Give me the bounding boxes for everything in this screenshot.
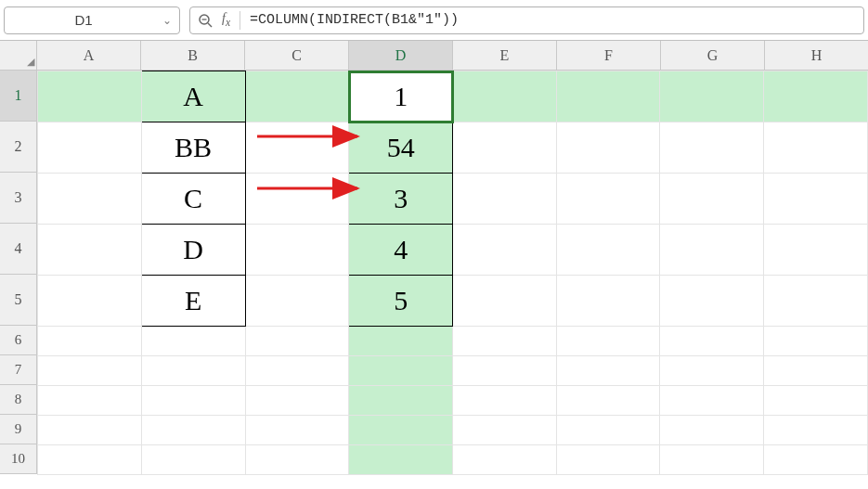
cell-H2[interactable] [764,122,868,174]
cell-G5[interactable] [660,276,764,327]
cell-E1[interactable] [453,71,557,122]
col-header-B[interactable]: B [141,41,245,71]
cell-C8[interactable] [245,386,349,416]
cell-E10[interactable] [453,445,557,475]
cell-D5[interactable]: 5 [349,276,453,327]
col-header-F[interactable]: F [557,41,661,71]
cell-F1[interactable] [556,71,660,122]
cell-F9[interactable] [556,416,660,445]
cell-G7[interactable] [660,356,764,386]
cell-H7[interactable] [764,356,868,386]
cell-F10[interactable] [556,445,660,475]
cell-C10[interactable] [245,445,349,475]
cell-B7[interactable] [141,356,245,386]
cell-B8[interactable] [141,386,245,416]
row-header-4[interactable]: 4 [0,224,37,275]
cell-F3[interactable] [556,174,660,225]
cell-B3[interactable]: C [141,174,245,225]
row-header-7[interactable]: 7 [0,355,37,385]
row-header-9[interactable]: 9 [0,415,37,444]
cell-A10[interactable] [38,445,142,475]
cell-E2[interactable] [453,122,557,174]
col-header-E[interactable]: E [453,41,557,71]
chevron-down-icon[interactable]: ⌄ [162,14,172,27]
row-header-2[interactable]: 2 [0,122,37,173]
cell-G4[interactable] [660,225,764,276]
cell-F8[interactable] [556,386,660,416]
formula-text[interactable]: =COLUMN(INDIRECT(B1&"1")) [250,12,459,28]
cell-E3[interactable] [453,174,557,225]
cell-E7[interactable] [453,356,557,386]
cell-B5[interactable]: E [141,276,245,327]
magnifier-icon[interactable] [198,13,213,28]
cell-D10[interactable] [349,445,453,475]
cell-G9[interactable] [660,416,764,445]
cell-B6[interactable] [141,327,245,356]
cell-H4[interactable] [764,225,868,276]
cell-G2[interactable] [660,122,764,174]
cell-A2[interactable] [38,122,142,174]
cell-A9[interactable] [38,416,142,445]
col-header-C[interactable]: C [245,41,349,71]
cell-D8[interactable] [349,386,453,416]
cell-D1[interactable]: 1 [349,71,453,122]
cell-H3[interactable] [764,174,868,225]
cell-A6[interactable] [38,327,142,356]
cell-D7[interactable] [349,356,453,386]
row-header-5[interactable]: 5 [0,275,37,326]
cell-C9[interactable] [245,416,349,445]
col-header-D[interactable]: D [349,41,453,71]
cell-B1[interactable]: A [141,71,245,122]
cell-C5[interactable] [245,276,349,327]
cell-C1[interactable] [245,71,349,122]
cell-H9[interactable] [764,416,868,445]
cell-B10[interactable] [141,445,245,475]
cell-B4[interactable]: D [141,225,245,276]
cell-F7[interactable] [556,356,660,386]
cell-A1[interactable] [38,71,142,122]
col-header-A[interactable]: A [37,41,141,71]
cell-E6[interactable] [453,327,557,356]
cell-H5[interactable] [764,276,868,327]
row-header-3[interactable]: 3 [0,173,37,224]
select-all-corner[interactable]: ◢ [0,41,37,71]
cell-C7[interactable] [245,356,349,386]
cell-F2[interactable] [556,122,660,174]
cell-B9[interactable] [141,416,245,445]
cell-H6[interactable] [764,327,868,356]
cell-D4[interactable]: 4 [349,225,453,276]
row-header-6[interactable]: 6 [0,326,37,355]
cell-A8[interactable] [38,386,142,416]
cell-D6[interactable] [349,327,453,356]
cell-G3[interactable] [660,174,764,225]
col-header-G[interactable]: G [661,41,765,71]
cell-H1[interactable] [764,71,868,122]
cell-D2[interactable]: 54 [349,122,453,174]
cell-G1[interactable] [660,71,764,122]
cell-A7[interactable] [38,356,142,386]
fx-icon[interactable]: fx [222,11,230,29]
cell-G8[interactable] [660,386,764,416]
cell-D3[interactable]: 3 [349,174,453,225]
cell-E5[interactable] [453,276,557,327]
cell-E8[interactable] [453,386,557,416]
cell-C4[interactable] [245,225,349,276]
cell-A4[interactable] [38,225,142,276]
cell-B2[interactable]: BB [141,122,245,174]
cell-A3[interactable] [38,174,142,225]
cell-C6[interactable] [245,327,349,356]
row-header-10[interactable]: 10 [0,444,37,474]
row-header-8[interactable]: 8 [0,385,37,415]
cell-F6[interactable] [556,327,660,356]
cell-F4[interactable] [556,225,660,276]
cell-H8[interactable] [764,386,868,416]
cell-D9[interactable] [349,416,453,445]
cell-C2[interactable] [245,122,349,174]
cell-F5[interactable] [556,276,660,327]
formula-input-area[interactable]: fx =COLUMN(INDIRECT(B1&"1")) [189,6,864,34]
cell-H10[interactable] [764,445,868,475]
col-header-H[interactable]: H [765,41,868,71]
cell-C3[interactable] [245,174,349,225]
cell-G6[interactable] [660,327,764,356]
row-header-1[interactable]: 1 [0,71,37,122]
